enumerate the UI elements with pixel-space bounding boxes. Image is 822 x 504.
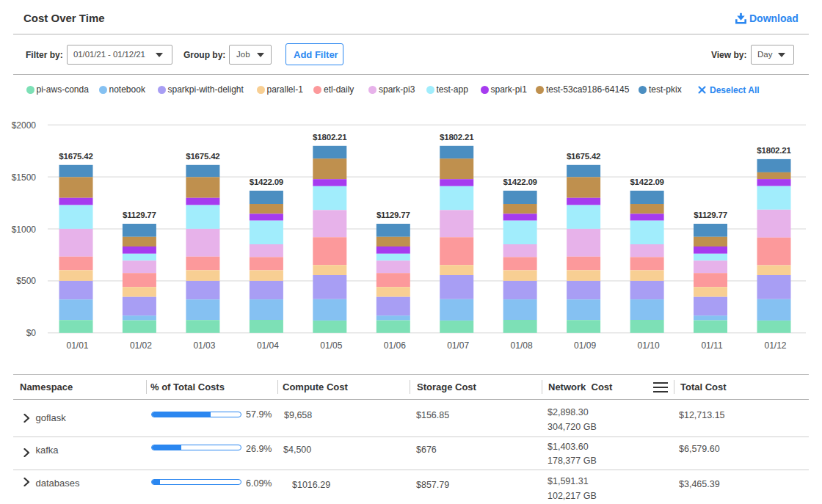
svg-text:$1802.21: $1802.21 — [440, 133, 474, 142]
svg-text:$1675.42: $1675.42 — [59, 152, 92, 161]
svg-text:$0: $0 — [26, 328, 37, 338]
svg-text:$1129.77: $1129.77 — [123, 211, 156, 219]
svg-text:$1422.09: $1422.09 — [503, 178, 537, 186]
svg-text:$1129.77: $1129.77 — [694, 211, 727, 219]
svg-text:$1500: $1500 — [12, 172, 37, 183]
svg-text:$1802.21: $1802.21 — [313, 133, 347, 142]
svg-text:01/11: 01/11 — [701, 340, 722, 351]
svg-text:01/12: 01/12 — [764, 340, 786, 351]
svg-text:$1675.42: $1675.42 — [567, 152, 600, 161]
svg-text:$500: $500 — [16, 276, 36, 286]
svg-text:$1000: $1000 — [12, 224, 37, 235]
svg-text:01/08: 01/08 — [511, 340, 533, 351]
svg-text:$1675.42: $1675.42 — [186, 152, 219, 161]
svg-text:$2000: $2000 — [12, 120, 37, 131]
svg-text:01/06: 01/06 — [384, 340, 406, 351]
svg-text:01/09: 01/09 — [574, 340, 596, 351]
svg-text:01/02: 01/02 — [130, 340, 152, 351]
svg-text:$1422.09: $1422.09 — [250, 178, 283, 186]
svg-text:$1129.77: $1129.77 — [377, 211, 410, 219]
svg-text:$1422.09: $1422.09 — [630, 178, 663, 186]
svg-text:01/03: 01/03 — [193, 340, 215, 351]
svg-text:$1802.21: $1802.21 — [757, 146, 791, 155]
svg-text:01/01: 01/01 — [66, 340, 88, 351]
svg-text:01/10: 01/10 — [638, 340, 660, 351]
svg-text:01/07: 01/07 — [447, 340, 469, 351]
svg-text:01/05: 01/05 — [320, 340, 342, 351]
svg-text:01/04: 01/04 — [257, 340, 279, 351]
